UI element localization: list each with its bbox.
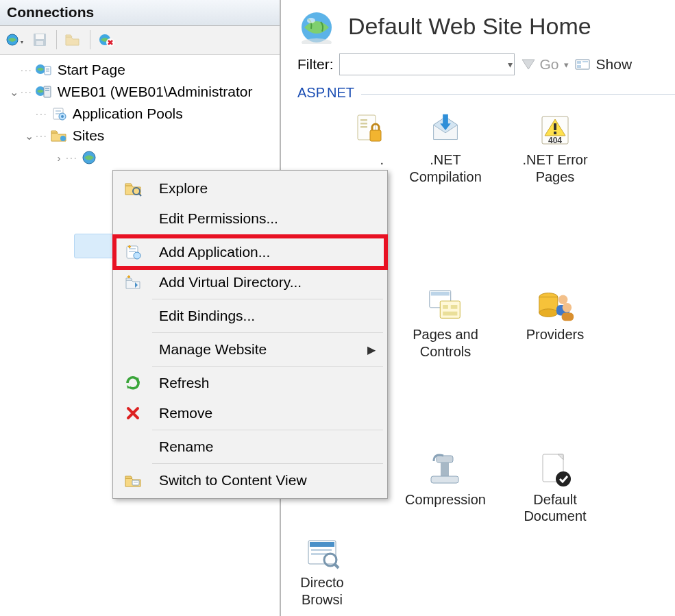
menu-item-label: Add Application... — [151, 244, 376, 260]
menu-refresh[interactable]: Refresh — [115, 368, 385, 398]
menu-item-label: Edit Bindings... — [151, 308, 376, 324]
show-all-button[interactable]: Show — [574, 56, 633, 73]
menu-separator — [152, 366, 383, 367]
sites-folder-icon — [49, 127, 69, 144]
svg-rect-58 — [431, 476, 458, 483]
feature-default-document[interactable]: Default Document — [500, 445, 610, 528]
svg-rect-13 — [45, 88, 49, 89]
menu-add-application[interactable]: Add Application... — [115, 237, 385, 267]
feature-label: Default Document — [500, 491, 610, 526]
svg-rect-3 — [36, 34, 44, 39]
svg-point-50 — [559, 295, 568, 305]
tree-label: WEB01 (WEB01\Administrator — [58, 84, 253, 100]
menu-edit-permissions[interactable]: Edit Permissions... — [115, 204, 385, 234]
menu-explore[interactable]: Explore — [115, 173, 385, 204]
menu-separator — [152, 463, 383, 464]
feature-label: Compression — [402, 491, 489, 508]
svg-rect-32 — [360, 123, 367, 125]
collapse-icon[interactable]: ⌄ — [8, 86, 19, 99]
add-vdir-icon — [115, 267, 151, 297]
filter-dropdown-icon[interactable]: ▾ — [508, 59, 513, 70]
tree-dots: ··· — [21, 64, 33, 75]
svg-rect-10 — [46, 71, 49, 72]
connections-tree: ··· Start Page ⌄ ··· — [0, 55, 280, 169]
menu-item-label: Switch to Content View — [151, 472, 376, 489]
feature-net-compilation[interactable]: .NET Compilation — [391, 105, 500, 188]
svg-rect-88 — [129, 251, 136, 252]
tree-default-site[interactable]: › ··· — [0, 147, 280, 169]
globe-icon — [297, 8, 336, 44]
svg-rect-44 — [443, 305, 448, 309]
svg-rect-57 — [441, 463, 449, 476]
feature-label: .NET Compilation — [391, 151, 500, 186]
feature-net-error-pages[interactable]: 404 .NET Error Pages — [500, 105, 610, 188]
svg-rect-43 — [440, 301, 460, 318]
menu-item-label: Add Virtual Directory... — [151, 274, 376, 291]
tree-sites[interactable]: ⌄ ··· Sites — [0, 125, 280, 147]
toolbar-separator — [90, 30, 90, 49]
svg-rect-4 — [36, 41, 43, 45]
menu-switch-content-view[interactable]: Switch to Content View — [115, 465, 385, 495]
menu-add-virtual-directory[interactable]: Add Virtual Directory... — [115, 267, 385, 297]
svg-rect-27 — [577, 61, 581, 64]
menu-remove[interactable]: Remove — [115, 398, 385, 428]
go-button[interactable]: Go ▾ — [521, 56, 569, 73]
expand-icon[interactable]: › — [53, 152, 64, 164]
svg-point-60 — [556, 471, 571, 486]
tree-label: Sites — [73, 127, 105, 144]
remove-connection-icon[interactable] — [97, 30, 116, 49]
tree-server[interactable]: ⌄ ··· WEB01 (WEB01\Administrator — [0, 81, 280, 103]
feature-label: .NET Error Pages — [500, 151, 610, 186]
menu-separator — [152, 299, 383, 299]
site-context-menu: Explore Edit Permissions... Add Applicat… — [112, 170, 388, 499]
toolbar-separator — [56, 30, 57, 49]
go-label: Go — [540, 56, 559, 73]
refresh-icon — [115, 368, 151, 398]
collapse-icon[interactable]: ⌄ — [23, 130, 34, 143]
spacer-icon — [115, 301, 151, 331]
app-pools-icon — [49, 106, 69, 122]
providers-icon — [535, 286, 575, 323]
feature-label: . — [377, 151, 386, 169]
svg-rect-36 — [554, 123, 556, 130]
tree-start-page[interactable]: ··· Start Page — [0, 59, 280, 81]
feature-label: Pages and Controls — [391, 326, 500, 360]
feature-directory-browsing[interactable]: Directo Browsi — [288, 528, 356, 611]
svg-text:404: 404 — [548, 136, 562, 145]
directory-browsing-icon — [302, 534, 342, 571]
error-pages-icon: 404 — [535, 112, 575, 149]
svg-rect-33 — [360, 126, 367, 128]
menu-separator — [152, 332, 383, 333]
menu-separator — [152, 430, 383, 430]
filter-input[interactable] — [339, 53, 515, 75]
svg-rect-28 — [582, 61, 588, 62]
feature-providers[interactable]: Providers — [500, 280, 610, 363]
svg-rect-16 — [56, 110, 61, 112]
submenu-arrow-icon: ▶ — [367, 343, 376, 356]
menu-edit-bindings[interactable]: Edit Bindings... — [115, 301, 385, 331]
feature-label: Providers — [524, 326, 587, 343]
menu-rename[interactable]: Rename — [115, 432, 385, 462]
svg-rect-87 — [129, 248, 136, 249]
add-application-icon — [115, 237, 151, 267]
connections-panel-title: Connections — [0, 0, 280, 26]
svg-rect-37 — [554, 132, 556, 134]
save-icon — [30, 30, 49, 49]
tree-app-pools[interactable]: ··· Application Pools — [0, 103, 280, 125]
tree-dots: ··· — [21, 86, 33, 97]
menu-item-label: Rename — [151, 439, 376, 455]
document-lock-icon — [339, 112, 386, 149]
connect-dropdown-icon[interactable] — [5, 30, 25, 49]
explore-icon — [115, 173, 151, 204]
page-title: Default Web Site Home — [348, 13, 591, 40]
feature-compression[interactable]: Compression — [391, 445, 500, 528]
feature-pages-controls[interactable]: Pages and Controls — [391, 280, 500, 363]
pages-controls-icon — [426, 286, 465, 323]
svg-rect-62 — [310, 542, 334, 547]
svg-rect-34 — [370, 130, 381, 141]
menu-manage-website[interactable]: Manage Website ▶ — [115, 334, 385, 365]
spacer-icon — [115, 334, 151, 365]
svg-rect-53 — [562, 313, 574, 321]
svg-rect-9 — [46, 69, 49, 70]
svg-rect-29 — [577, 65, 581, 68]
